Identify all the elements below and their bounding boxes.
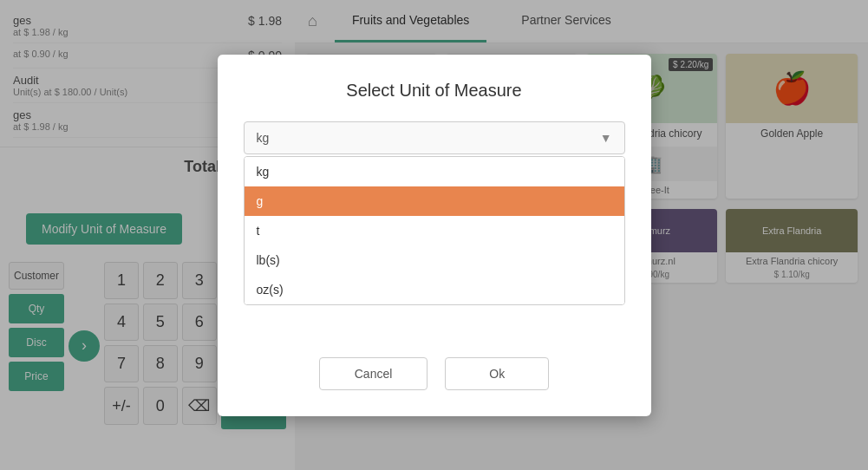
option-t[interactable]: t <box>245 216 624 245</box>
selected-value: kg <box>257 131 270 145</box>
select-display[interactable]: kg ▼ <box>244 121 625 154</box>
select-uom-modal: Select Unit of Measure kg ▼ kg g t lb(s)… <box>218 55 651 416</box>
select-wrapper: kg ▼ kg g t lb(s) oz(s) <box>244 121 625 305</box>
option-oz[interactable]: oz(s) <box>245 275 624 304</box>
option-g[interactable]: g <box>245 186 624 216</box>
modal-footer: Cancel Ok <box>244 357 625 390</box>
modal-overlay: Select Unit of Measure kg ▼ kg g t lb(s)… <box>0 0 868 470</box>
cancel-button[interactable]: Cancel <box>319 357 428 390</box>
dropdown-list: kg g t lb(s) oz(s) <box>244 156 625 305</box>
dropdown-arrow-icon: ▼ <box>600 131 612 145</box>
option-kg[interactable]: kg <box>245 157 624 186</box>
modal-title: Select Unit of Measure <box>244 81 625 101</box>
ok-button[interactable]: Ok <box>445 357 549 390</box>
option-lbs[interactable]: lb(s) <box>245 245 624 275</box>
